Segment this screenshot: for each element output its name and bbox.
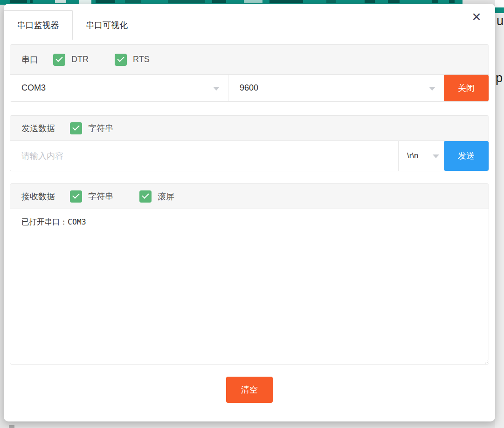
checkbox-checked-icon — [70, 122, 82, 134]
receive-string-checkbox[interactable]: 字符串 — [70, 190, 113, 203]
receive-data-title: 接收数据 — [21, 191, 55, 202]
clipped-background-text: u — [497, 14, 504, 28]
serial-port-controls: COM3 9600 关闭 — [10, 75, 489, 101]
send-data-header: 发送数据 字符串 — [10, 116, 489, 141]
send-data-controls: \r\n 发送 — [10, 141, 489, 171]
receive-data-header: 接收数据 字符串 滚屏 — [10, 184, 489, 209]
send-string-label: 字符串 — [88, 123, 113, 134]
serial-monitor-dialog: 串口监视器 串口可视化 ✕ 串口 DTR RTS COM3 — [4, 4, 495, 421]
dialog-content: 串口 DTR RTS COM3 9600 关 — [4, 40, 495, 403]
dialog-tabbar: 串口监视器 串口可视化 ✕ — [4, 4, 495, 40]
clipped-background-text: p — [496, 71, 503, 85]
checkbox-checked-icon — [53, 54, 65, 66]
dtr-checkbox[interactable]: DTR — [53, 54, 89, 66]
tab-serial-monitor[interactable]: 串口监视器 — [4, 10, 73, 40]
rts-label: RTS — [133, 55, 150, 64]
toolbar-fragment — [244, 0, 262, 3]
line-ending-select[interactable]: \r\n — [398, 141, 444, 171]
toolbar-fragment — [269, 0, 303, 3]
port-select[interactable]: COM3 — [10, 75, 228, 101]
background-content-strip: u p — [495, 13, 504, 428]
serial-port-section: 串口 DTR RTS COM3 9600 关 — [10, 44, 489, 102]
checkbox-checked-icon — [115, 54, 127, 66]
send-data-section: 发送数据 字符串 \r\n 发送 — [10, 115, 489, 171]
autoscroll-checkbox[interactable]: 滚屏 — [139, 190, 174, 203]
send-data-title: 发送数据 — [21, 123, 55, 134]
chevron-down-icon — [213, 87, 220, 91]
send-button[interactable]: 发送 — [444, 141, 489, 171]
background-teal-strip — [495, 7, 504, 13]
page-background-sliver: u p — [495, 0, 504, 428]
baud-select[interactable]: 9600 — [228, 75, 444, 101]
dialog-footer: 清空 — [10, 377, 489, 403]
receive-data-section: 接收数据 字符串 滚屏 已打开串口：COM3 — [10, 183, 489, 365]
tab-label: 串口监视器 — [17, 20, 59, 31]
toolbar-fragment — [10, 0, 27, 3]
port-select-value: COM3 — [21, 83, 46, 93]
autoscroll-label: 滚屏 — [158, 191, 174, 202]
line-ending-value: \r\n — [407, 151, 419, 161]
toolbar-fragment — [326, 0, 336, 3]
tab-serial-visualizer[interactable]: 串口可视化 — [73, 10, 141, 40]
chevron-down-icon — [429, 87, 435, 91]
toolbar-fragment — [55, 0, 66, 3]
receive-output-textarea[interactable]: 已打开串口：COM3 — [10, 209, 489, 364]
toolbar-fragment — [30, 0, 33, 3]
baud-select-value: 9600 — [240, 83, 258, 93]
background-fragment — [9, 425, 14, 428]
toolbar-fragment — [449, 0, 455, 3]
toolbar-fragment — [432, 0, 438, 3]
send-input[interactable] — [10, 141, 398, 171]
close-icon[interactable]: ✕ — [469, 9, 484, 24]
close-port-button[interactable]: 关闭 — [444, 75, 489, 101]
dtr-label: DTR — [71, 55, 89, 64]
clear-button[interactable]: 清空 — [226, 377, 273, 403]
toolbar-fragment — [125, 0, 141, 3]
rts-checkbox[interactable]: RTS — [115, 54, 150, 66]
chevron-down-icon — [433, 154, 439, 158]
toolbar-fragment — [96, 0, 115, 3]
toolbar-fragment — [168, 0, 205, 3]
toolbar-fragment — [212, 0, 226, 3]
toolbar-fragment — [79, 0, 91, 4]
receive-string-label: 字符串 — [88, 191, 113, 202]
send-string-checkbox[interactable]: 字符串 — [70, 122, 113, 134]
toolbar-fragment — [365, 0, 375, 3]
background-strip — [495, 0, 504, 7]
serial-port-header: 串口 DTR RTS — [10, 45, 489, 75]
toolbar-fragment — [388, 0, 400, 3]
checkbox-checked-icon — [139, 190, 152, 203]
checkbox-checked-icon — [70, 190, 82, 203]
tab-label: 串口可视化 — [86, 20, 128, 31]
serial-port-title: 串口 — [21, 54, 38, 65]
